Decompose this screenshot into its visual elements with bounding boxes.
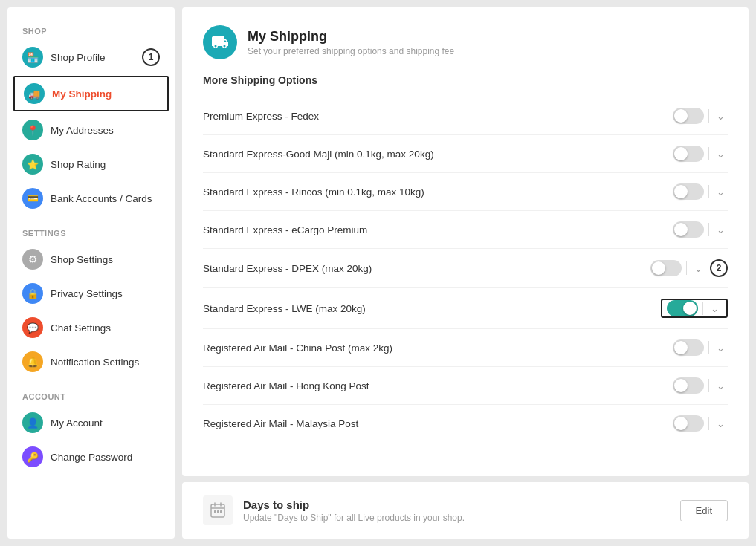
toggle-track-fedex [673, 108, 704, 124]
divider-good-maji [708, 147, 709, 160]
row-controls-fedex: ⌄ [673, 108, 728, 124]
toggle-track-malaysia-post [673, 415, 704, 432]
sidebar-item-my-shipping[interactable]: 🚚 My Shipping [15, 77, 167, 110]
section-title: More Shipping Options [203, 74, 728, 97]
sidebar-item-my-addresses[interactable]: 📍 My Addresses [7, 113, 175, 147]
page-subtitle: Set your preferred shipping options and … [248, 46, 454, 56]
shipping-row-ecargo: Standard Express - eCargo Premium ⌄ [203, 211, 728, 249]
chevron-ecargo[interactable]: ⌄ [714, 223, 728, 237]
toggle-malaysia-post[interactable] [673, 415, 704, 432]
my-shipping-icon: 🚚 [24, 83, 45, 104]
bank-accounts-icon: 💳 [22, 188, 43, 209]
shipping-header-icon [203, 25, 237, 59]
row-controls-hk-post: ⌄ [673, 377, 728, 394]
account-section-label: ACCOUNT [7, 385, 175, 406]
shipping-row-malaysia-post: Registered Air Mail - Malaysia Post ⌄ [203, 405, 728, 442]
divider-hk-post [708, 379, 709, 392]
divider-malaysia-post [708, 417, 709, 430]
toggle-track-hk-post [673, 377, 704, 394]
toggle-lwe[interactable] [667, 300, 698, 316]
toggle-dpex[interactable] [650, 260, 682, 276]
row-controls-dpex: ⌄ 2 [650, 259, 728, 277]
divider-lwe [702, 302, 703, 315]
shipping-label-ecargo: Standard Express - eCargo Premium [203, 224, 367, 235]
sidebar-item-chat-settings[interactable]: 💬 Chat Settings [7, 311, 175, 345]
sidebar-item-shop-settings[interactable]: ⚙ Shop Settings [7, 242, 175, 276]
toggle-track-good-maji [673, 146, 704, 162]
edit-button[interactable]: Edit [680, 500, 728, 521]
days-to-ship-title: Days to ship [243, 498, 670, 511]
main-content: My Shipping Set your preferred shipping … [182, 7, 749, 539]
sidebar-label-change-password: Change Password [51, 452, 132, 463]
chevron-china-post[interactable]: ⌄ [714, 341, 728, 355]
row-controls-ecargo: ⌄ [673, 221, 728, 238]
shipping-label-hk-post: Registered Air Mail - Hong Kong Post [203, 380, 369, 391]
toggle-thumb-ecargo [674, 223, 688, 236]
row-controls-china-post: ⌄ [673, 339, 728, 356]
shipping-label-good-maji: Standard Express-Good Maji (min 0.1kg, m… [203, 149, 434, 160]
sidebar-item-shop-profile[interactable]: 🏪 Shop Profile 1 [7, 40, 175, 74]
app-container: SHOP 🏪 Shop Profile 1 🚚 My Shipping 📍 My… [0, 0, 756, 546]
sidebar: SHOP 🏪 Shop Profile 1 🚚 My Shipping 📍 My… [7, 7, 175, 539]
shop-rating-icon: ⭐ [22, 154, 43, 175]
shop-settings-icon: ⚙ [22, 249, 43, 270]
chevron-lwe[interactable]: ⌄ [708, 302, 722, 316]
toggle-fedex[interactable] [673, 108, 704, 124]
card-header: My Shipping Set your preferred shipping … [203, 25, 728, 59]
change-password-icon: 🔑 [22, 446, 43, 467]
shipping-row-hk-post: Registered Air Mail - Hong Kong Post ⌄ [203, 367, 728, 405]
chevron-malaysia-post[interactable]: ⌄ [714, 417, 728, 431]
sidebar-item-my-account[interactable]: 👤 My Account [7, 406, 175, 440]
my-account-icon: 👤 [22, 412, 43, 433]
shipping-label-rincos: Standard Express - Rincos (min 0.1kg, ma… [203, 186, 424, 198]
days-to-ship-card: Days to ship Update "Days to Ship" for a… [182, 482, 749, 539]
annotation-1: 1 [142, 48, 160, 66]
sidebar-item-change-password[interactable]: 🔑 Change Password [7, 440, 175, 474]
toggle-thumb-fedex [674, 109, 688, 123]
toggle-thumb-china-post [674, 341, 688, 354]
sidebar-item-privacy-settings[interactable]: 🔒 Privacy Settings [7, 276, 175, 311]
toggle-thumb-hk-post [674, 379, 688, 392]
privacy-settings-icon: 🔒 [22, 283, 43, 304]
sidebar-label-my-account: My Account [51, 417, 103, 429]
sidebar-item-notification-settings[interactable]: 🔔 Notification Settings [7, 345, 175, 379]
sidebar-item-bank-accounts[interactable]: 💳 Bank Accounts / Cards [7, 181, 175, 215]
card-title-block: My Shipping Set your preferred shipping … [248, 29, 454, 56]
toggle-good-maji[interactable] [673, 146, 704, 162]
sidebar-item-shop-rating[interactable]: ⭐ Shop Rating [7, 147, 175, 181]
toggle-track-dpex [650, 260, 682, 276]
chat-settings-icon: 💬 [22, 317, 43, 338]
days-to-ship-icon [203, 495, 233, 525]
chevron-fedex[interactable]: ⌄ [714, 109, 728, 123]
toggle-track-ecargo [673, 221, 704, 238]
toggle-china-post[interactable] [673, 339, 704, 356]
shop-section-label: SHOP [7, 19, 175, 40]
sidebar-label-shop-rating: Shop Rating [51, 159, 106, 170]
lwe-toggle-box: ⌄ [661, 299, 728, 318]
row-controls-malaysia-post: ⌄ [673, 415, 728, 432]
toggle-ecargo[interactable] [673, 221, 704, 238]
divider-fedex [708, 109, 709, 123]
row-controls-lwe: ⌄ [661, 299, 728, 318]
svg-rect-5 [217, 510, 219, 513]
sidebar-label-chat-settings: Chat Settings [51, 322, 111, 334]
divider-dpex [686, 261, 687, 275]
shipping-label-china-post: Registered Air Mail - China Post (max 2k… [203, 342, 392, 354]
sidebar-label-my-addresses: My Addresses [51, 125, 114, 136]
chevron-dpex[interactable]: ⌄ [691, 261, 705, 276]
my-addresses-icon: 📍 [22, 120, 43, 140]
notification-settings-icon: 🔔 [22, 351, 43, 372]
sidebar-label-privacy-settings: Privacy Settings [51, 288, 123, 299]
sidebar-label-shop-profile: Shop Profile [51, 52, 106, 63]
toggle-hk-post[interactable] [673, 377, 704, 394]
toggle-rincos[interactable] [673, 183, 704, 200]
shipping-row-dpex: Standard Express - DPEX (max 20kg) ⌄ 2 [203, 249, 728, 288]
shipping-row-fedex: Premium Express - Fedex ⌄ [203, 97, 728, 135]
chevron-rincos[interactable]: ⌄ [714, 185, 728, 199]
page-title: My Shipping [248, 29, 454, 45]
chevron-good-maji[interactable]: ⌄ [714, 147, 728, 161]
annotation-2: 2 [710, 259, 728, 277]
toggle-thumb-lwe [683, 302, 697, 315]
days-to-ship-content: Days to ship Update "Days to Ship" for a… [203, 495, 728, 525]
chevron-hk-post[interactable]: ⌄ [714, 379, 728, 393]
